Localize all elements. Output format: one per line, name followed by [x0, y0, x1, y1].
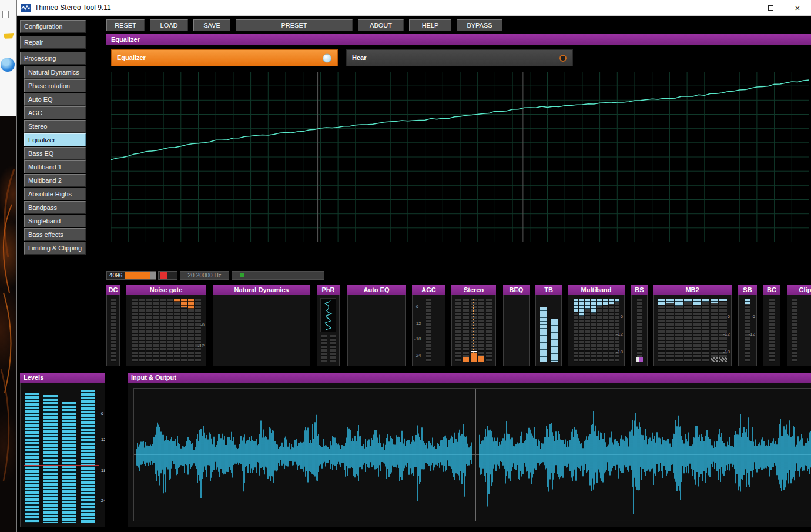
equalizer-graph[interactable]	[111, 72, 809, 242]
spectrum-hold-control[interactable]	[158, 271, 177, 280]
sidebar-item-processing[interactable]: Processing	[20, 52, 86, 65]
meter-header-mb2[interactable]: MB2	[653, 285, 732, 295]
meter-tick: -12	[197, 343, 205, 349]
meter-header-agc[interactable]: AGC	[412, 285, 445, 295]
meter-body	[317, 295, 340, 366]
meter-column	[666, 299, 674, 362]
sidebar-item-singleband[interactable]: Singleband	[24, 215, 86, 227]
document-icon[interactable]	[2, 11, 9, 18]
meter-column	[658, 299, 665, 362]
meter-body	[535, 295, 562, 366]
meter-header-bs[interactable]: BS	[631, 285, 648, 295]
meter-header-dc[interactable]: DC	[106, 285, 120, 295]
meter-column	[139, 299, 145, 362]
meter-cap	[181, 299, 187, 307]
close-button[interactable]: ×	[784, 0, 811, 16]
meter-header-bc[interactable]: BC	[763, 285, 780, 295]
level-limit-line	[24, 469, 99, 469]
meter-orange-bar	[463, 357, 469, 362]
toolbar-button-bypass[interactable]: BYPASS	[457, 19, 502, 31]
sidebar-item-natural-dynamics[interactable]: Natural Dynamics	[24, 66, 86, 79]
frequency-range-control[interactable]: 20-20000 Hz	[180, 271, 229, 280]
toolbar-button-save[interactable]: SAVE	[193, 19, 230, 31]
browser-logo-icon[interactable]	[1, 58, 15, 72]
meter-column	[330, 335, 336, 362]
screen: Thimeo Stereo Tool 9.11 × ConfigurationR…	[0, 0, 811, 532]
window-controls: ×	[730, 0, 811, 16]
sidebar-item-agc[interactable]: AGC	[24, 106, 86, 119]
hear-toggle[interactable]: Hear	[346, 49, 573, 66]
meter-header-auto-eq[interactable]: Auto EQ	[347, 285, 406, 295]
meter-header-stereo[interactable]: Stereo	[451, 285, 496, 295]
sidebar-item-bass-eq[interactable]: Bass EQ	[24, 147, 86, 160]
meter-column	[579, 299, 584, 362]
meter-tick: -6	[726, 314, 730, 319]
meter-column	[195, 299, 201, 362]
equalizer-enable-toggle[interactable]: Equalizer	[111, 49, 338, 66]
sidebar-item-repair[interactable]: Repair	[20, 36, 86, 49]
meter-tick: -6	[200, 322, 205, 327]
meter-cap	[684, 299, 692, 302]
meter-tick: -18	[723, 349, 730, 354]
toolbar-button-about[interactable]: ABOUT	[358, 19, 404, 31]
green-indicator-icon	[240, 273, 244, 277]
meter-header-noise-gate[interactable]: Noise gate	[126, 285, 206, 295]
wallpaper-art	[0, 116, 16, 532]
level-bar	[25, 393, 39, 523]
sidebar-item-absolute-highs[interactable]: Absolute Highs	[24, 188, 86, 200]
sidebar-item-auto-eq[interactable]: Auto EQ	[24, 93, 86, 106]
toolbar-button-help[interactable]: HELP	[409, 19, 451, 31]
fft-size-control[interactable]: 4096	[106, 271, 156, 280]
meter-body: -6-12-18	[653, 295, 732, 366]
sidebar-item-limiting-clipping[interactable]: Limiting & Clipping	[24, 242, 86, 255]
meter-panel-sb: SB-6-12	[738, 285, 757, 366]
meter-panel-auto-eq: Auto EQ	[347, 285, 406, 366]
meter-cap	[591, 299, 596, 313]
maximize-button[interactable]	[757, 0, 784, 16]
meter-header-multiband[interactable]: Multiband	[568, 285, 625, 295]
meter-panel-phr: PhR	[317, 285, 340, 366]
app-icon	[21, 4, 31, 12]
meter-cap	[603, 299, 608, 305]
meter-header-natural-dynamics[interactable]: Natural Dynamics	[213, 285, 310, 295]
hear-label: Hear	[352, 54, 366, 61]
meter-column	[132, 299, 138, 362]
meter-column	[160, 299, 166, 362]
sidebar-item-multiband-2[interactable]: Multiband 2	[24, 174, 86, 187]
meter-body	[787, 295, 811, 366]
meter-column	[188, 299, 194, 362]
sidebar-item-equalizer[interactable]: Equalizer	[24, 133, 86, 146]
meter-cap	[609, 299, 614, 304]
meter-column	[153, 299, 159, 362]
toolbar-button-preset[interactable]: PRESET	[236, 19, 353, 31]
input-output-header[interactable]: Input & Output	[128, 373, 811, 383]
bs-purple-segment	[639, 357, 643, 362]
meter-header-tb[interactable]: TB	[535, 285, 562, 295]
meter-header-clip[interactable]: Clip	[787, 285, 811, 295]
minimize-button[interactable]	[730, 0, 757, 16]
toolbar-button-load[interactable]: LOAD	[150, 19, 188, 31]
meter-header-beq[interactable]: BEQ	[503, 285, 530, 295]
meter-cap	[711, 299, 718, 303]
sidebar-item-configuration[interactable]: Configuration	[20, 20, 86, 33]
sidebar-item-bass-effects[interactable]: Bass effects	[24, 228, 86, 241]
maximize-icon	[768, 5, 773, 11]
meter-cap	[174, 299, 180, 302]
sidebar-item-multiband-1[interactable]: Multiband 1	[24, 160, 86, 173]
meter-header-sb[interactable]: SB	[738, 285, 757, 295]
shopping-cart-icon[interactable]	[4, 33, 14, 41]
meter-tick: -6	[751, 314, 755, 319]
toolbar-button-reset[interactable]: RESET	[106, 19, 145, 31]
spectrum-mode-control[interactable]	[232, 271, 324, 280]
sidebar-item-bandpass[interactable]: Bandpass	[24, 201, 86, 214]
meter-header-phr[interactable]: PhR	[317, 285, 340, 295]
levels-header[interactable]: Levels	[20, 373, 105, 383]
sidebar-item-phase-rotation[interactable]: Phase rotation	[24, 79, 86, 92]
sidebar-item-stereo[interactable]: Stereo	[24, 120, 86, 133]
meter-column	[455, 299, 461, 362]
meters-row: DCNoise gate-6-12Natural DynamicsPhRAuto…	[17, 285, 811, 366]
level-tick: -18	[99, 468, 105, 473]
meter-panel-noise-gate: Noise gate-6-12	[126, 285, 206, 366]
level-bar	[43, 395, 58, 523]
meter-column	[321, 335, 327, 362]
